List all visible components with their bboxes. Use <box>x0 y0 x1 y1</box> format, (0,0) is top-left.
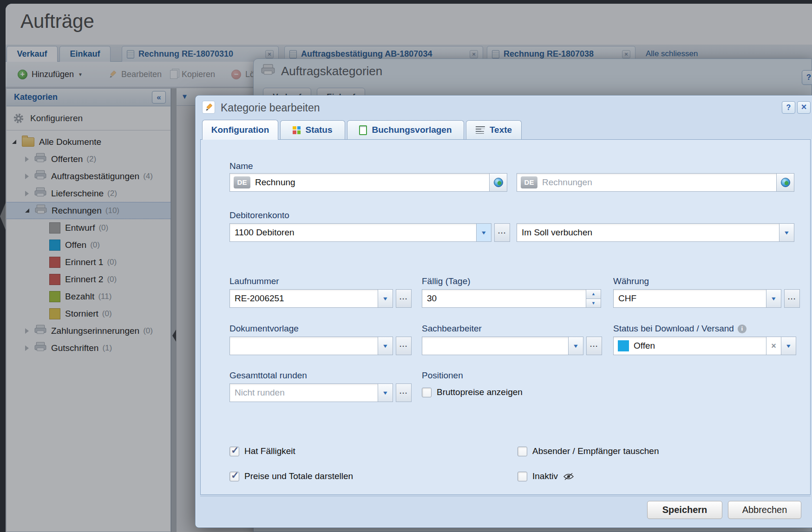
dropdown-button[interactable]: ▼ <box>378 384 393 402</box>
cancel-button[interactable]: Abbrechen <box>728 501 801 519</box>
language-badge: DE <box>234 176 250 188</box>
translate-button[interactable] <box>776 174 794 191</box>
dropdown-button[interactable]: ▼ <box>378 290 393 307</box>
debitorenkonto-label: Debitorenkonto <box>229 210 289 221</box>
name-value[interactable]: Rechnung <box>250 174 489 191</box>
verbuchen-select[interactable]: Im Soll verbuchen ▼ <box>517 223 794 242</box>
tab-status-label: Status <box>305 125 332 135</box>
gesamttotal-combobox[interactable]: Nicht runden ▼ <box>229 383 393 402</box>
inaktiv-label: Inaktiv <box>532 471 558 481</box>
spinner-down-icon[interactable]: ▼ <box>586 298 601 308</box>
tab-konfiguration[interactable]: Konfiguration <box>202 120 278 140</box>
dokumentvorlage-value[interactable] <box>230 337 378 355</box>
tab-buchungsvorlagen[interactable]: Buchungsvorlagen <box>347 120 464 139</box>
status-download-select[interactable]: Offen × ▼ <box>613 337 796 355</box>
name-plural-value[interactable]: Rechnungen <box>537 174 776 191</box>
dropdown-button[interactable]: ▼ <box>781 337 796 355</box>
gesamttotal-browse-button[interactable]: ··· <box>396 383 412 402</box>
tab-texte-label: Texte <box>490 125 512 135</box>
status-download-value[interactable]: Offen <box>629 337 766 355</box>
preise-checkbox-row: Preise und Totale darstellen <box>229 471 353 481</box>
bruttopreise-checkbox[interactable] <box>422 388 432 397</box>
debitorenkonto-browse-button[interactable]: ··· <box>494 223 510 242</box>
absender-label: Absender / Empfänger tauschen <box>532 446 659 456</box>
bruttopreise-checkbox-row: Bruttopreise anzeigen <box>422 387 523 397</box>
status-color-swatch <box>618 340 629 351</box>
number-spinner[interactable]: ▲ ▼ <box>586 290 601 307</box>
verbuchen-field-row: Im Soll verbuchen ▼ <box>517 223 794 242</box>
kategorie-bearbeiten-dialog: Kategorie bearbeiten ? × Konfiguration S… <box>195 95 812 528</box>
dropdown-button[interactable]: ▼ <box>568 337 583 355</box>
chevron-down-icon: ▼ <box>783 230 790 235</box>
dialog-title: Kategorie bearbeiten <box>221 102 320 114</box>
clear-x-icon: × <box>771 341 776 351</box>
inaktiv-checkbox[interactable] <box>517 472 527 481</box>
name-plural-input[interactable]: DE Rechnungen <box>517 173 794 192</box>
dokumentvorlage-combobox[interactable]: ▼ <box>229 337 393 355</box>
translate-button[interactable] <box>489 174 507 191</box>
dialog-close-button[interactable]: × <box>797 101 811 114</box>
verbuchen-value[interactable]: Im Soll verbuchen <box>517 224 779 241</box>
hat-faelligkeit-checkbox[interactable] <box>229 447 239 456</box>
dropdown-button[interactable]: ▼ <box>766 290 781 307</box>
clear-button[interactable]: × <box>766 337 781 355</box>
faellig-label: Fällig (Tage) <box>422 276 471 286</box>
konfiguration-form: Name DE Rechnung DE Rechnungen Debitoren… <box>200 139 811 495</box>
positionen-label: Positionen <box>422 370 463 381</box>
eye-slash-icon <box>563 473 574 480</box>
chevron-down-icon: ▼ <box>572 343 579 349</box>
status-download-field-row: Offen × ▼ <box>613 337 796 355</box>
preise-label: Preise und Totale darstellen <box>244 471 353 481</box>
spinner-up-icon[interactable]: ▲ <box>586 290 601 298</box>
status-squares-icon <box>293 126 301 134</box>
laufnummer-field-row: RE-2006251 ▼ ··· <box>229 289 412 308</box>
waehrung-combobox[interactable]: CHF ▼ <box>613 289 781 308</box>
laufnummer-label: Laufnummer <box>229 276 279 286</box>
dokumentvorlage-label: Dokumentvorlage <box>229 324 299 334</box>
waehrung-value[interactable]: CHF <box>614 290 766 307</box>
debitorenkonto-combobox[interactable]: 1100 Debitoren ▼ <box>229 223 491 242</box>
tab-konfiguration-label: Konfiguration <box>211 125 269 135</box>
laufnummer-combobox[interactable]: RE-2006251 ▼ <box>229 289 393 308</box>
status-download-label-text: Status bei Download / Versand <box>613 324 734 334</box>
language-badge: DE <box>521 176 537 188</box>
tab-texte[interactable]: Texte <box>466 120 522 139</box>
waehrung-field-row: CHF ▼ ··· <box>613 289 800 308</box>
dropdown-button[interactable]: ▼ <box>779 224 794 241</box>
name-input[interactable]: DE Rechnung <box>229 173 507 192</box>
faellig-field-row: 30 ▲ ▼ <box>422 289 601 308</box>
dialog-help-button[interactable]: ? <box>782 101 795 114</box>
absender-checkbox[interactable] <box>517 447 527 456</box>
sachbearbeiter-value[interactable] <box>422 337 568 355</box>
tab-status[interactable]: Status <box>280 120 345 139</box>
screen: Aufträge Verkauf Einkauf Rechnung RE-180… <box>0 0 812 532</box>
preise-checkbox[interactable] <box>229 472 239 481</box>
gesamttotal-label: Gesamttotal runden <box>229 370 307 381</box>
gesamttotal-placeholder[interactable]: Nicht runden <box>230 384 378 402</box>
name-label: Name <box>229 161 253 171</box>
chevron-down-icon: ▼ <box>382 296 388 301</box>
faellig-value[interactable]: 30 <box>422 290 586 307</box>
absender-checkbox-row: Absender / Empfänger tauschen <box>517 446 659 456</box>
sachbearbeiter-combobox[interactable]: ▼ <box>422 337 583 355</box>
hat-faelligkeit-checkbox-row: Hat Fälligkeit <box>229 446 295 456</box>
sachbearbeiter-browse-button[interactable]: ··· <box>586 337 602 355</box>
laufnummer-browse-button[interactable]: ··· <box>396 289 412 308</box>
save-button[interactable]: Speichern <box>647 501 722 519</box>
dropdown-button[interactable]: ▼ <box>476 224 491 241</box>
waehrung-browse-button[interactable]: ··· <box>784 289 800 308</box>
chevron-down-icon: ▼ <box>785 343 792 349</box>
globe-icon <box>781 178 790 187</box>
debitorenkonto-value[interactable]: 1100 Debitoren <box>230 224 476 241</box>
dropdown-button[interactable]: ▼ <box>378 337 393 355</box>
sachbearbeiter-label: Sachbearbeiter <box>422 324 482 334</box>
info-icon[interactable]: i <box>738 324 747 333</box>
edit-pencil-icon <box>202 101 215 114</box>
name-field-row: DE Rechnung <box>229 173 507 192</box>
faellig-number-input[interactable]: 30 ▲ ▼ <box>422 289 601 308</box>
dokumentvorlage-field-row: ▼ ··· <box>229 337 412 355</box>
dokumentvorlage-browse-button[interactable]: ··· <box>396 337 412 355</box>
tab-buchungsvorlagen-label: Buchungsvorlagen <box>372 125 452 135</box>
laufnummer-value[interactable]: RE-2006251 <box>230 290 378 307</box>
notepad-icon <box>359 125 367 135</box>
